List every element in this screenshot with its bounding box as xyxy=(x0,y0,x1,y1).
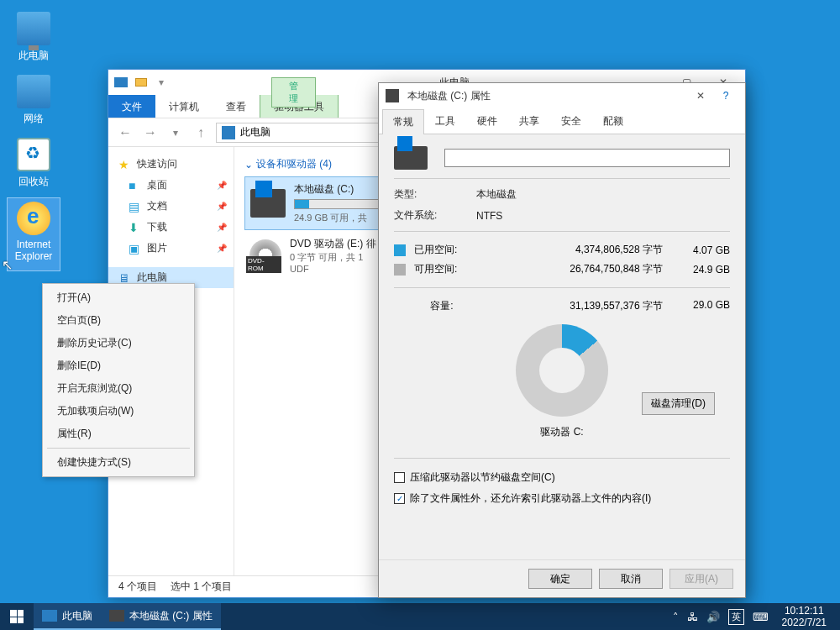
sidebar-item-downloads[interactable]: ⬇下载📌 xyxy=(108,217,234,238)
tab-hardware[interactable]: 硬件 xyxy=(466,108,508,134)
drive-letter-label: 驱动器 C: xyxy=(394,420,730,449)
desktop-icon-recyclebin[interactable]: 回收站 xyxy=(7,134,60,197)
tab-quota[interactable]: 配额 xyxy=(592,108,634,134)
documents-icon: ▤ xyxy=(129,200,142,213)
free-swatch-icon xyxy=(394,264,406,276)
drive-sub: 0 字节 可用，共 1 xyxy=(290,251,376,264)
tray-chevron-icon[interactable]: ˄ xyxy=(673,611,679,623)
qat-explorer-icon[interactable] xyxy=(132,73,150,92)
drive-name: DVD 驱动器 (E:) 徘 xyxy=(290,237,376,251)
start-button[interactable] xyxy=(0,603,34,630)
taskbar: 此电脑 本地磁盘 (C:) 属性 ˄ 🖧 🔊 英 ⌨ 10:12:11 2022… xyxy=(0,603,840,630)
free-bytes: 26,764,750,848 字节 xyxy=(490,262,680,276)
props-tabs: 常规 工具 硬件 共享 安全 配额 xyxy=(379,108,745,134)
desktop-icon-ie[interactable]: Internet Explorer xyxy=(7,197,60,271)
ctx-properties[interactable]: 属性(R) xyxy=(45,423,192,445)
ctx-deleteie[interactable]: 删除IE(D) xyxy=(45,354,192,377)
ctx-open[interactable]: 打开(A) xyxy=(45,286,192,309)
compress-label: 压缩此驱动器以节约磁盘空间(C) xyxy=(410,470,555,485)
ime-indicator[interactable]: 英 xyxy=(728,609,744,625)
clock-time: 10:12:11 xyxy=(782,605,827,617)
desktop-icon-network[interactable]: 网络 xyxy=(7,71,60,134)
star-icon: ★ xyxy=(118,158,132,171)
capacity-bytes: 31,139,557,376 字节 xyxy=(490,299,680,313)
qat-pc-icon[interactable] xyxy=(112,73,130,92)
tab-security[interactable]: 安全 xyxy=(550,108,592,134)
ribbon-context-label: 管理 xyxy=(271,77,316,108)
address-text: 此电脑 xyxy=(240,125,270,139)
index-checkbox[interactable]: ✓ xyxy=(394,493,405,504)
props-taskbar-icon xyxy=(109,610,124,622)
sidebar-item-pictures[interactable]: ▣图片📌 xyxy=(108,238,234,259)
ok-button[interactable]: 确定 xyxy=(528,569,592,589)
drive-c-icon xyxy=(250,189,286,218)
pin-icon: 📌 xyxy=(217,181,227,190)
usage-donut-chart xyxy=(516,324,608,417)
ribbon-tab-view[interactable]: 查看 xyxy=(213,95,260,118)
desktop-folder-icon: ■ xyxy=(129,179,142,192)
nav-up-button[interactable]: ↑ xyxy=(191,123,211,143)
ctx-blank[interactable]: 空白页(B) xyxy=(45,309,192,332)
fs-label: 文件系统: xyxy=(394,208,466,223)
taskbar-item-properties[interactable]: 本地磁盘 (C:) 属性 xyxy=(101,603,221,630)
dvd-icon xyxy=(249,239,281,271)
clock-date: 2022/7/21 xyxy=(782,617,827,628)
index-label: 除了文件属性外，还允许索引此驱动器上文件的内容(I) xyxy=(410,491,651,506)
type-value: 本地磁盘 xyxy=(476,187,517,202)
drive-name-input[interactable] xyxy=(444,149,730,167)
ribbon-tab-computer[interactable]: 计算机 xyxy=(155,95,213,118)
address-pc-icon xyxy=(222,126,235,139)
type-label: 类型: xyxy=(394,187,466,202)
used-swatch-icon xyxy=(394,244,406,256)
sidebar-item-desktop[interactable]: ■桌面📌 xyxy=(108,175,234,196)
ribbon-tab-file[interactable]: 文件 xyxy=(108,95,155,118)
sidebar-quickaccess[interactable]: ★快速访问 xyxy=(108,154,234,175)
tab-sharing[interactable]: 共享 xyxy=(508,108,550,134)
ctx-shortcut[interactable]: 创建快捷方式(S) xyxy=(45,451,192,474)
nav-recent-button[interactable]: ▾ xyxy=(165,123,186,143)
used-label: 已用空间: xyxy=(414,243,490,257)
ctx-clearhistory[interactable]: 删除历史记录(C) xyxy=(45,332,192,354)
context-menu: 打开(A) 空白页(B) 删除历史记录(C) 删除IE(D) 开启无痕浏览(Q)… xyxy=(42,283,195,477)
ime-keyboard-icon[interactable]: ⌨ xyxy=(753,611,769,623)
status-count: 4 个项目 xyxy=(118,580,157,594)
nav-forward-button[interactable]: → xyxy=(140,123,160,143)
capacity-label: 容量: xyxy=(394,299,490,313)
tray-volume-icon[interactable]: 🔊 xyxy=(706,611,720,623)
props-help-button[interactable]: ? xyxy=(713,84,738,108)
pin-icon: 📌 xyxy=(217,223,227,232)
status-selection: 选中 1 个项目 xyxy=(171,580,232,594)
qat-dropdown-icon[interactable]: ▾ xyxy=(152,73,171,92)
ctx-separator xyxy=(47,448,190,449)
disk-cleanup-button[interactable]: 磁盘清理(D) xyxy=(642,392,715,415)
collapse-icon: ⌄ xyxy=(244,159,253,171)
taskbar-item-explorer[interactable]: 此电脑 xyxy=(34,603,101,630)
drive-visual-icon xyxy=(394,146,428,170)
tab-tools[interactable]: 工具 xyxy=(424,108,466,134)
desktop-icon-thispc[interactable]: 此电脑 xyxy=(7,8,60,71)
compress-checkbox[interactable] xyxy=(394,472,405,483)
pictures-icon: ▣ xyxy=(129,242,142,255)
used-bytes: 4,374,806,528 字节 xyxy=(490,243,680,257)
free-label: 可用空间: xyxy=(414,262,490,276)
props-close-button[interactable]: ✕ xyxy=(688,84,713,108)
cancel-button[interactable]: 取消 xyxy=(599,569,663,589)
pin-icon: 📌 xyxy=(217,202,227,211)
free-size: 24.9 GB xyxy=(680,264,730,276)
tab-general[interactable]: 常规 xyxy=(382,109,424,134)
drive-small-icon xyxy=(386,89,399,102)
downloads-icon: ⬇ xyxy=(129,221,142,234)
sidebar-item-documents[interactable]: ▤文档📌 xyxy=(108,196,234,217)
taskbar-clock[interactable]: 10:12:11 2022/7/21 xyxy=(777,605,832,629)
ctx-inprivate[interactable]: 开启无痕浏览(Q) xyxy=(45,377,192,400)
props-title-text: 本地磁盘 (C:) 属性 xyxy=(404,89,688,103)
fs-value: NTFS xyxy=(476,210,502,222)
apply-button[interactable]: 应用(A) xyxy=(669,569,733,589)
nav-back-button[interactable]: ← xyxy=(115,123,135,143)
tray-network-icon[interactable]: 🖧 xyxy=(687,611,698,623)
props-titlebar[interactable]: 本地磁盘 (C:) 属性 ✕ ? xyxy=(379,83,745,108)
capacity-size: 29.0 GB xyxy=(680,299,730,313)
ctx-noaddons[interactable]: 无加载项启动(W) xyxy=(45,400,192,423)
pin-icon: 📌 xyxy=(217,244,227,253)
properties-dialog: 本地磁盘 (C:) 属性 ✕ ? 常规 工具 硬件 共享 安全 配额 类型:本地… xyxy=(378,82,746,598)
